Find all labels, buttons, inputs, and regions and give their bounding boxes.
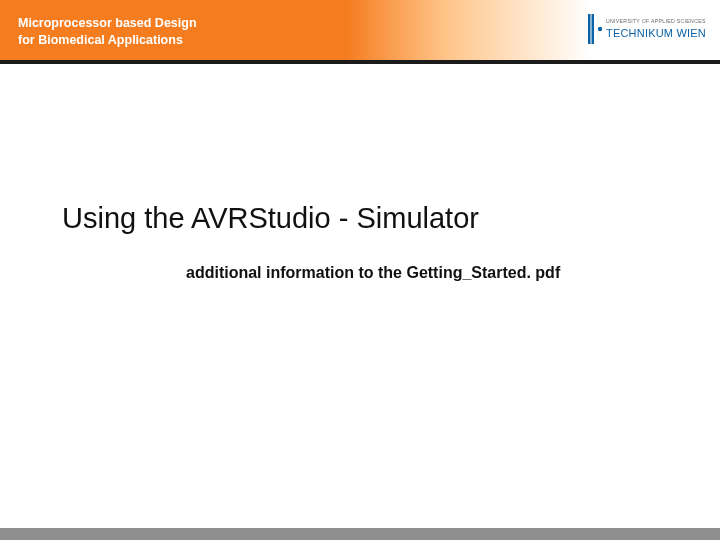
svg-text:UNIVERSITY OF APPLIED SCIENCES: UNIVERSITY OF APPLIED SCIENCES — [606, 18, 706, 24]
slide-title: Using the AVRStudio - Simulator — [62, 202, 479, 235]
slide-footer-bar — [0, 528, 720, 540]
slide-subtitle: additional information to the Getting_St… — [186, 264, 560, 282]
header-text-block: Microprocessor based Design for Biomedic… — [0, 11, 197, 49]
header-line-2: for Biomedical Applications — [18, 32, 197, 49]
svg-point-2 — [598, 27, 602, 31]
slide: Microprocessor based Design for Biomedic… — [0, 0, 720, 540]
slide-content: Using the AVRStudio - Simulator addition… — [0, 64, 720, 528]
logo-svg: UNIVERSITY OF APPLIED SCIENCES TECHNIKUM… — [586, 6, 706, 52]
technikum-wien-logo: UNIVERSITY OF APPLIED SCIENCES TECHNIKUM… — [586, 6, 706, 52]
svg-text:TECHNIKUM WIEN: TECHNIKUM WIEN — [606, 27, 706, 39]
slide-header: Microprocessor based Design for Biomedic… — [0, 0, 720, 60]
header-line-1: Microprocessor based Design — [18, 15, 197, 32]
